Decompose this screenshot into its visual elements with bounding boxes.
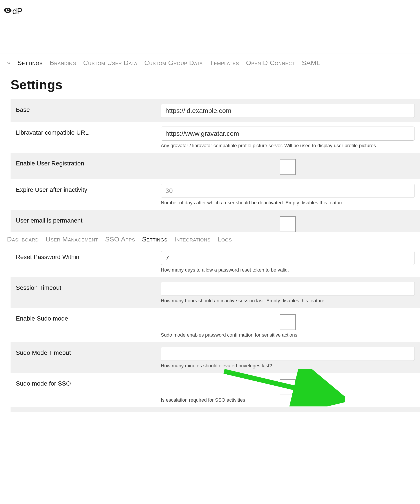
- setting-row-sudo-sso: Sudo mode for SSO Is escalation required…: [11, 373, 420, 407]
- setting-row-email-permanent: User email is permanent: [11, 210, 420, 232]
- setting-row-reset-password: Reset Password Within How many days to a…: [11, 246, 420, 277]
- main-nav-tabbar: Dashboard User Management SSO Apps Setti…: [0, 232, 420, 246]
- libravatar-label: Libravatar compatible URL: [16, 126, 161, 136]
- page-title: Settings: [0, 72, 420, 99]
- session-timeout-help: How many hours should an inactive sessio…: [161, 298, 415, 304]
- reset-password-help: How many days to allow a password reset …: [161, 267, 415, 273]
- setting-row-session-timeout: Session Timeout How many hours should an…: [11, 277, 420, 308]
- libravatar-input[interactable]: [161, 126, 415, 141]
- tab-settings[interactable]: Settings: [17, 59, 43, 66]
- settings-form: Base Libravatar compatible URL Any grava…: [11, 99, 420, 232]
- enable-registration-label: Enable User Registration: [16, 157, 161, 167]
- tab-saml[interactable]: SAML: [302, 59, 320, 66]
- settings-tabbar: » Settings Branding Custom User Data Cus…: [0, 54, 420, 72]
- setting-row-enable-registration: Enable User Registration: [11, 153, 420, 179]
- sudo-sso-checkbox[interactable]: [280, 379, 296, 395]
- libravatar-help: Any gravatar / libravatar compatible pro…: [161, 143, 415, 149]
- expire-user-input[interactable]: [161, 184, 415, 198]
- reset-password-input[interactable]: [161, 251, 415, 265]
- email-permanent-checkbox[interactable]: [280, 216, 296, 232]
- nav-dashboard[interactable]: Dashboard: [7, 235, 39, 243]
- session-timeout-label: Session Timeout: [16, 282, 161, 291]
- nav-integrations[interactable]: Integrations: [174, 235, 210, 243]
- setting-row-base: Base: [11, 99, 420, 122]
- expire-user-label: Expire User after inactivity: [16, 184, 161, 193]
- enable-registration-checkbox[interactable]: [280, 159, 296, 175]
- base-input[interactable]: [161, 104, 415, 118]
- enable-sudo-label: Enable Sudo mode: [16, 312, 161, 322]
- nav-sso-apps[interactable]: SSO Apps: [105, 235, 135, 243]
- nav-settings[interactable]: Settings: [142, 235, 167, 243]
- sudo-sso-label: Sudo mode for SSO: [16, 378, 161, 387]
- sudo-timeout-input[interactable]: [161, 347, 415, 361]
- sudo-timeout-help: How many minutes should elevated privele…: [161, 363, 415, 369]
- tab-branding[interactable]: Branding: [50, 59, 76, 66]
- tab-custom-group-data[interactable]: Custom Group Data: [144, 59, 203, 66]
- chevron-right-icon[interactable]: »: [7, 60, 10, 66]
- expire-user-help: Number of days after which a user should…: [161, 200, 415, 206]
- settings-form-2: Reset Password Within How many days to a…: [11, 246, 420, 412]
- reset-password-label: Reset Password Within: [16, 251, 161, 261]
- session-timeout-input[interactable]: [161, 282, 415, 296]
- enable-sudo-help: Sudo mode enables password confirmation …: [161, 332, 415, 338]
- sudo-timeout-label: Sudo Mode Timeout: [16, 347, 161, 356]
- enable-sudo-checkbox[interactable]: [280, 314, 296, 330]
- setting-row-trailing: [11, 407, 420, 412]
- header: dP: [0, 0, 420, 54]
- nav-user-management[interactable]: User Management: [46, 235, 98, 243]
- app-logo: dP: [4, 6, 416, 17]
- setting-row-sudo-timeout: Sudo Mode Timeout How many minutes shoul…: [11, 342, 420, 373]
- nav-logs[interactable]: Logs: [217, 235, 232, 243]
- tab-templates[interactable]: Templates: [210, 59, 239, 66]
- base-label: Base: [16, 104, 161, 113]
- eye-icon: [4, 6, 12, 17]
- logo-text: dP: [12, 6, 22, 16]
- setting-row-expire-user: Expire User after inactivity Number of d…: [11, 179, 420, 210]
- sudo-sso-help: Is escalation required for SSO activitie…: [161, 397, 415, 403]
- email-permanent-label: User email is permanent: [16, 214, 161, 224]
- tab-openid-connect[interactable]: OpenID Connect: [246, 59, 295, 66]
- tab-custom-user-data[interactable]: Custom User Data: [83, 59, 137, 66]
- setting-row-enable-sudo: Enable Sudo mode Sudo mode enables passw…: [11, 308, 420, 342]
- setting-row-libravatar: Libravatar compatible URL Any gravatar /…: [11, 122, 420, 153]
